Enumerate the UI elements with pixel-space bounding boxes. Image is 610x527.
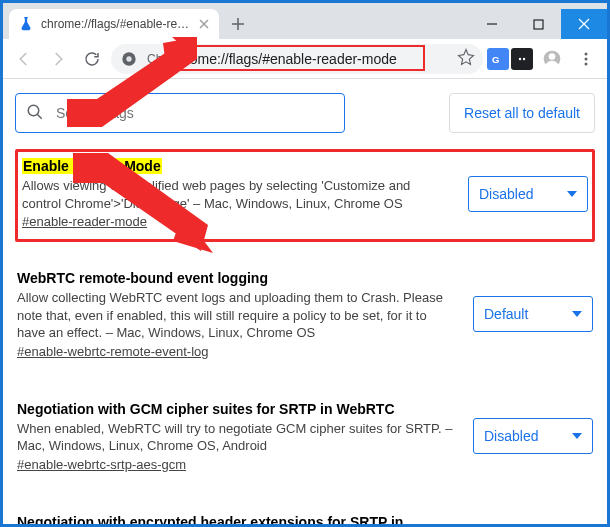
tab-title: chrome://flags/#enable-reader-m — [41, 17, 191, 31]
flag-value-select[interactable]: Disabled — [468, 176, 588, 212]
maximize-button[interactable] — [515, 9, 561, 39]
toolbar: Ch chrome://flags/#enable-reader-mode G — [3, 39, 607, 79]
flag-webrtc-srtp-encrypted-headers: Negotiation with encrypted header extens… — [15, 506, 595, 527]
flag-value-select[interactable]: Disabled — [473, 418, 593, 454]
flag-description: When enabled, WebRTC will try to negotia… — [17, 420, 453, 455]
tab-close-icon[interactable] — [199, 18, 211, 30]
profile-avatar-icon[interactable] — [537, 44, 567, 74]
flag-title: Negotiation with encrypted header extens… — [17, 514, 453, 527]
back-button[interactable] — [9, 44, 39, 74]
titlebar: chrome://flags/#enable-reader-m — [3, 3, 607, 39]
flag-webrtc-remote-event-log: WebRTC remote-bound event logging Allow … — [15, 262, 595, 373]
chevron-down-icon — [567, 191, 577, 197]
svg-point-8 — [585, 52, 588, 55]
reload-button[interactable] — [77, 44, 107, 74]
svg-point-7 — [549, 53, 556, 60]
svg-text:G: G — [492, 53, 499, 64]
flask-icon — [19, 17, 33, 31]
reset-all-button[interactable]: Reset all to default — [449, 93, 595, 133]
search-row: Reset all to default — [15, 93, 595, 133]
flag-enable-reader-mode: Enable Reader Mode Allows viewing of sim… — [15, 149, 595, 242]
flag-description: Allows viewing of simplified web pages b… — [22, 177, 448, 212]
address-bar[interactable]: Ch chrome://flags/#enable-reader-mode — [111, 44, 483, 74]
flag-value-label: Disabled — [484, 428, 538, 444]
extensions-area: G — [487, 48, 533, 70]
chevron-down-icon — [572, 433, 582, 439]
flag-title: Enable Reader Mode — [22, 158, 162, 174]
flag-value-select[interactable]: Default — [473, 296, 593, 332]
svg-point-5 — [523, 57, 525, 59]
flag-anchor-link[interactable]: #enable-reader-mode — [22, 214, 147, 229]
browser-tab[interactable]: chrome://flags/#enable-reader-m — [9, 9, 219, 39]
forward-button[interactable] — [43, 44, 73, 74]
chevron-down-icon — [572, 311, 582, 317]
flag-anchor-link[interactable]: #enable-webrtc-remote-event-log — [17, 344, 208, 359]
flag-title: Negotiation with GCM cipher suites for S… — [17, 401, 395, 417]
search-icon — [26, 103, 44, 124]
extension-translate-icon[interactable]: G — [487, 48, 509, 70]
extension-dark-icon[interactable] — [511, 48, 533, 70]
window-controls — [469, 9, 607, 39]
search-flags-box[interactable] — [15, 93, 345, 133]
minimize-button[interactable] — [469, 9, 515, 39]
flag-anchor-link[interactable]: #enable-webrtc-srtp-aes-gcm — [17, 457, 186, 472]
flag-description: Allow collecting WebRTC event logs and u… — [17, 289, 453, 342]
flag-title: WebRTC remote-bound event logging — [17, 270, 268, 286]
svg-rect-0 — [534, 20, 543, 29]
reset-all-label: Reset all to default — [464, 105, 580, 121]
flag-value-label: Default — [484, 306, 528, 322]
svg-point-10 — [585, 62, 588, 65]
flag-value-label: Disabled — [479, 186, 533, 202]
svg-point-2 — [126, 56, 131, 61]
url-text: chrome://flags/#enable-reader-mode — [170, 51, 396, 67]
menu-button[interactable] — [571, 44, 601, 74]
site-security-label: Ch — [147, 52, 162, 66]
svg-point-9 — [585, 57, 588, 60]
svg-point-4 — [519, 57, 521, 59]
new-tab-button[interactable] — [225, 11, 251, 37]
svg-point-11 — [28, 105, 39, 116]
page-content: Reset all to default Enable Reader Mode … — [3, 79, 607, 527]
bookmark-star-icon[interactable] — [457, 48, 475, 69]
window-close-button[interactable] — [561, 9, 607, 39]
search-input[interactable] — [54, 104, 334, 122]
flag-webrtc-srtp-aes-gcm: Negotiation with GCM cipher suites for S… — [15, 393, 595, 486]
site-info-icon[interactable] — [119, 49, 139, 69]
